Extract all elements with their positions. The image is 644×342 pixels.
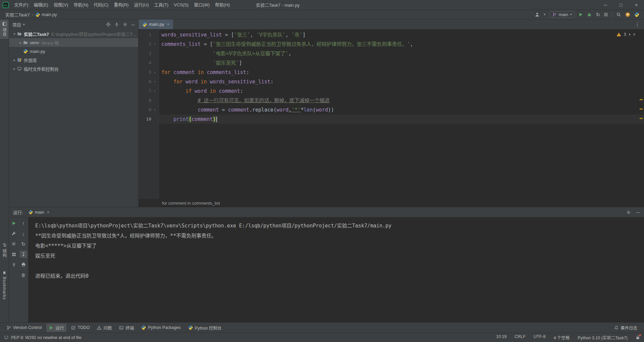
- code-line[interactable]: 2▾comments_list = ['张三因生命受到威胁正当防卫导致过失杀人，…: [139, 40, 644, 49]
- code-line[interactable]: 4 '娱乐至死']: [139, 58, 644, 68]
- rerun-icon[interactable]: ↻: [596, 12, 600, 17]
- gutter-cell[interactable]: 9▾: [139, 105, 159, 115]
- settings-gear-icon[interactable]: [123, 22, 127, 27]
- tab-options-icon[interactable]: ⋮: [631, 19, 644, 29]
- tool-window-button[interactable]: Python Packages: [139, 324, 183, 331]
- scroll-to-end-button[interactable]: ↧: [20, 251, 27, 258]
- menu-item[interactable]: 文件(F): [11, 0, 31, 10]
- code-editor[interactable]: 1words_sensitive_list = ['张三', 'V字仇杀队', …: [139, 29, 644, 199]
- tree-row[interactable]: ▾实验二Task7E:\lsqb\python项目\pythonProject\…: [9, 29, 138, 38]
- stop-button[interactable]: [604, 13, 608, 16]
- close-button[interactable]: ×: [629, 0, 644, 10]
- code-line[interactable]: 9▾ comment = comment.replace(word,'*'*le…: [139, 105, 644, 115]
- tree-row[interactable]: ▸临时文件和控制台: [9, 64, 138, 73]
- line-number[interactable]: 2: [139, 40, 151, 49]
- gutter-cell[interactable]: 2▾: [139, 40, 159, 49]
- line-number[interactable]: 4: [139, 58, 151, 68]
- breadcrumb-item[interactable]: 实验二Task7: [5, 11, 30, 18]
- fold-marker-icon[interactable]: ▾: [151, 40, 158, 49]
- menu-item[interactable]: 重构(R): [111, 0, 131, 10]
- console-output[interactable]: E:\lsqb\python项目\pythonProject\实验二Task7\…: [29, 217, 644, 322]
- code-line[interactable]: 8 # 这一行可有可无。如果无的话，删掉，底下减掉一个缩进: [139, 96, 644, 105]
- up-stack-trace-button[interactable]: ↑: [20, 219, 27, 227]
- update-available-icon[interactable]: [625, 12, 630, 17]
- soft-wrap-button[interactable]: ↻: [20, 240, 27, 248]
- print-button[interactable]: [20, 261, 27, 268]
- gutter-cell[interactable]: 1: [139, 30, 159, 40]
- tool-window-button-structure[interactable]: 结构: [0, 241, 9, 260]
- close-tab-icon[interactable]: ×: [167, 22, 170, 27]
- gutter-cell[interactable]: 8: [139, 96, 159, 105]
- line-number[interactable]: 5: [139, 68, 151, 77]
- fold-marker-icon[interactable]: ▾: [151, 77, 158, 86]
- collapse-all-icon[interactable]: [114, 22, 119, 27]
- menu-item[interactable]: 视图(V): [51, 0, 71, 10]
- gutter-cell[interactable]: 5▾: [139, 68, 159, 77]
- line-number[interactable]: 9: [139, 105, 151, 115]
- inspection-widget[interactable]: 3 ∧ ∨: [616, 32, 635, 37]
- rerun-button[interactable]: [10, 219, 17, 227]
- code-line[interactable]: 10 print(comment): [139, 115, 644, 124]
- editor-breadcrumb[interactable]: for comment in comments_list: [139, 199, 644, 207]
- debug-button[interactable]: [587, 12, 592, 17]
- gutter-cell[interactable]: 10: [139, 115, 159, 124]
- tool-window-button[interactable]: 事件日志: [611, 324, 640, 332]
- status-item[interactable]: UTF-8: [534, 334, 545, 341]
- tree-row[interactable]: main.py: [9, 47, 138, 56]
- hide-panel-icon[interactable]: ─: [131, 22, 135, 27]
- line-number[interactable]: 6: [139, 77, 151, 86]
- run-tab-main[interactable]: main ×: [26, 209, 52, 215]
- edit-configuration-button[interactable]: [10, 230, 17, 237]
- gutter-cell[interactable]: 6▾: [139, 77, 159, 86]
- chevron-down-icon[interactable]: ▾: [12, 32, 17, 36]
- line-number[interactable]: 7: [139, 86, 151, 96]
- locate-file-icon[interactable]: [106, 22, 111, 27]
- menu-item[interactable]: 帮助(H): [212, 0, 232, 10]
- code-line[interactable]: 1words_sensitive_list = ['张三', 'V字仇杀队', …: [139, 30, 644, 40]
- menu-item[interactable]: 导航(N): [71, 0, 91, 10]
- line-number[interactable]: 3: [139, 49, 151, 58]
- close-tab-icon[interactable]: ×: [47, 210, 50, 215]
- minimize-button[interactable]: ─: [598, 0, 613, 10]
- chevron-right-icon[interactable]: ▸: [12, 67, 17, 71]
- line-number[interactable]: 10: [139, 115, 151, 124]
- tool-window-button[interactable]: Version Control: [4, 324, 44, 331]
- tree-row[interactable]: ▸venvlibrary 根: [9, 38, 138, 47]
- readonly-lock-icon[interactable]: [636, 335, 640, 340]
- menu-item[interactable]: 运行(U): [131, 0, 151, 10]
- editor-tab-main-py[interactable]: main.py ×: [139, 19, 173, 29]
- status-message-area[interactable]: PEP 8: W292 no newline at end of file: [4, 335, 82, 340]
- menu-item[interactable]: VCS(S): [171, 0, 191, 10]
- restore-layout-button[interactable]: [10, 251, 17, 258]
- search-everywhere-icon[interactable]: [616, 12, 621, 17]
- warning-stripe-mark[interactable]: [640, 118, 643, 119]
- menu-item[interactable]: 代码(C): [91, 0, 111, 10]
- fold-marker-icon[interactable]: ▾: [151, 86, 158, 96]
- status-item[interactable]: CRLF: [515, 334, 526, 341]
- user-account-icon[interactable]: [535, 12, 540, 17]
- stop-button[interactable]: [10, 240, 17, 248]
- code-line[interactable]: 5▾for comment in comments_list:: [139, 68, 644, 77]
- maximize-button[interactable]: □: [613, 0, 629, 10]
- prev-warning-icon[interactable]: ∧: [629, 32, 631, 37]
- code-line[interactable]: 6▾ for word in words_sensitive_list:: [139, 77, 644, 86]
- chevron-right-icon[interactable]: ▸: [18, 41, 23, 45]
- menu-item[interactable]: 编辑(E): [31, 0, 51, 10]
- hide-panel-icon[interactable]: ─: [636, 210, 640, 215]
- breadcrumb-item[interactable]: main.py: [35, 12, 57, 17]
- tool-window-button-bookmarks[interactable]: Bookmarks: [0, 269, 9, 302]
- menu-item[interactable]: 窗口(W): [191, 0, 212, 10]
- tool-window-button[interactable]: TODO: [68, 324, 92, 331]
- tool-window-button[interactable]: 终端: [116, 324, 137, 332]
- status-item[interactable]: Python 3.10 (实验二Task7): [578, 334, 628, 341]
- next-warning-icon[interactable]: ∨: [633, 32, 635, 37]
- menu-item[interactable]: 工具(T): [151, 0, 171, 10]
- settings-gear-icon[interactable]: [626, 210, 631, 215]
- code-line[interactable]: 7▾ if word in comment:: [139, 86, 644, 96]
- gutter-cell[interactable]: 3: [139, 49, 159, 58]
- status-item[interactable]: 4 个空格: [553, 334, 570, 341]
- tool-window-button[interactable]: 问题: [94, 324, 114, 332]
- gutter-cell[interactable]: 7▾: [139, 86, 159, 96]
- gutter-cell[interactable]: 4: [139, 58, 159, 68]
- git-branch-widget[interactable]: main ▾: [549, 11, 575, 18]
